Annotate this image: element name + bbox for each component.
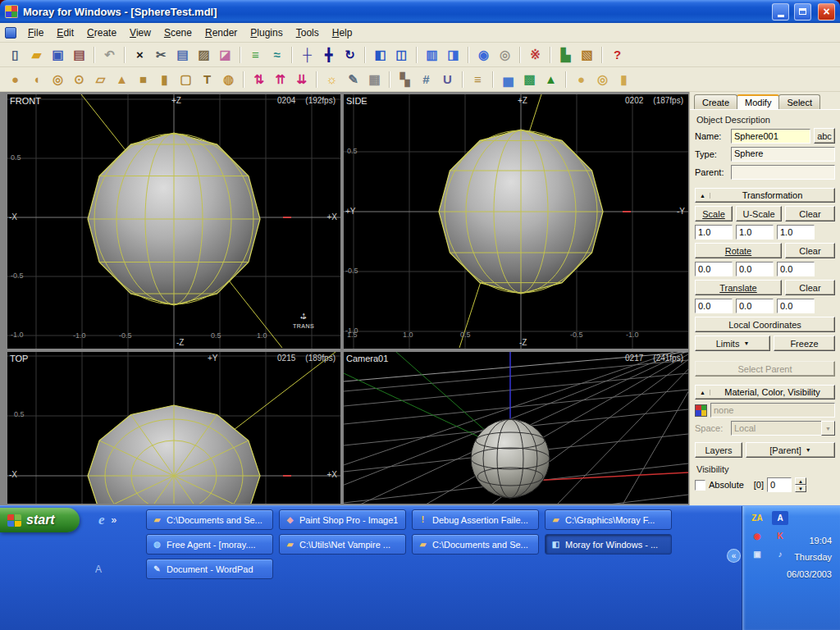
paste-icon[interactable]: ▨ [194,44,214,65]
sweep-icon[interactable]: ≈ [267,44,287,65]
create-plane-icon[interactable]: ▱ [90,69,111,89]
viewport-camera[interactable]: Camera01 0217(241fps) [344,352,688,504]
menu-edit[interactable]: Edit [50,25,80,41]
new-file-icon[interactable]: ▯ [5,44,25,65]
zoom-tool-icon[interactable]: ◉ [473,44,494,65]
create-blob-icon[interactable]: ◍ [218,69,239,89]
create-hemisphere-icon[interactable]: ◖ [26,69,47,89]
taskbar-button-paintshop[interactable]: ◆Paint Shop Pro - Image1 [279,509,406,530]
create-torus-icon[interactable]: ◎ [48,69,68,89]
menu-view[interactable]: View [123,25,158,41]
render-settings-icon[interactable]: ▤ [69,44,89,65]
taskbar-button-alert[interactable]: !Debug Assertion Faile... [412,509,539,530]
translate-x-field[interactable] [695,299,733,313]
select-parent-button[interactable]: Select Parent [695,361,835,377]
undo-icon[interactable]: ↶ [99,44,120,65]
menu-tools[interactable]: Tools [290,25,326,41]
render-region-icon[interactable]: ◨ [443,44,463,65]
menu-scene[interactable]: Scene [158,25,199,41]
copy-icon[interactable]: ▤ [172,44,193,65]
translate-clear-button[interactable]: Clear [785,280,835,295]
save-file-icon[interactable]: ▣ [48,44,68,65]
space-combobox[interactable]: Local ▼ [731,421,835,436]
create-cone-icon[interactable]: ▲ [112,69,132,89]
create-bitmap-icon[interactable]: ▩ [519,69,540,89]
taskbar-button-freeagent[interactable]: ◍Free Agent - [moray.... [146,534,273,555]
absolute-checkbox[interactable] [695,480,705,491]
create-mesh-icon[interactable]: ▦ [364,69,385,89]
create-sor-icon[interactable]: ⇊ [291,69,312,89]
rotate-x-field[interactable] [695,262,733,276]
cut-icon[interactable]: ✂ [151,44,171,65]
quick-launch-overflow-icon[interactable]: » [112,514,117,526]
viewport-single-icon[interactable]: ◧ [370,44,390,65]
spin-down-icon[interactable]: ▼ [795,485,806,492]
rotate-z-field[interactable] [777,262,815,276]
titlebar[interactable]: Moray for Windows - [SphereTest.mdl] × [0,0,840,23]
uscale-button[interactable]: U-Scale [736,206,782,221]
create-stamp-icon[interactable]: ▚ [395,69,415,89]
name-input[interactable] [731,129,810,144]
collapse-icon[interactable]: ▲ [696,193,710,199]
tab-modify[interactable]: Modify [737,94,779,109]
taskbar-button-moray[interactable]: ◧Moray for Windows - ... [545,534,672,555]
create-udo-icon[interactable]: U [437,69,458,89]
tab-select[interactable]: Select [778,94,820,109]
render-scene-icon[interactable]: ▥ [422,44,442,65]
local-coordinates-button[interactable]: Local Coordinates [695,317,835,332]
limits-button[interactable]: Limits▼ [695,336,770,351]
start-button[interactable]: start [0,508,80,532]
viewport-quad-icon[interactable]: ◫ [391,44,412,65]
create-disc-icon[interactable]: ⊙ [69,69,89,89]
rotate-button[interactable]: Rotate [695,243,782,258]
create-sphere-alt-icon[interactable]: ● [571,69,591,89]
menu-plugins[interactable]: Plugins [244,25,289,41]
scale-z-field[interactable] [777,225,815,240]
freeze-button[interactable]: Freeze [774,336,835,351]
taskbar-button-wordpad[interactable]: ✎Document - WordPad [146,559,273,579]
group-objects-icon[interactable]: ≡ [468,69,488,89]
delete-icon[interactable]: × [130,44,150,65]
color-palette-icon[interactable]: ※ [525,44,546,65]
collapse-icon[interactable]: ▲ [696,390,710,395]
material-color-icon[interactable] [695,404,707,417]
abc-button[interactable]: abc [814,128,835,144]
create-text-icon[interactable]: T [197,69,217,89]
statistics-icon[interactable]: ▙ [555,44,576,65]
scale-y-field[interactable] [736,225,774,240]
close-button[interactable]: × [818,3,835,21]
layers-button[interactable]: Layers [695,442,742,458]
taskbar-button-folder[interactable]: ▰C:\Documents and Se... [146,509,273,530]
scale-x-field[interactable] [695,225,733,240]
create-superellipsoid-icon[interactable]: ▢ [176,69,196,89]
visibility-value-field[interactable] [767,477,792,492]
menu-create[interactable]: Create [80,25,123,41]
create-cylinder-icon[interactable]: ▮ [154,69,175,89]
help-icon[interactable]: ? [607,44,628,65]
taskbar-button-folder[interactable]: ▰C:\Utils\Net Vampire ... [279,534,406,555]
create-cube-icon[interactable]: ■ [133,69,153,89]
display-tray-icon[interactable]: ▣ [749,547,765,561]
viewport-front[interactable]: FRONT +Z 0204(192fps) -X +X -Z -1.0 -0.5… [7,94,340,349]
move-object-icon[interactable]: ┼ [297,44,317,65]
spin-up-icon[interactable]: ▲ [795,477,806,485]
create-lathe-icon[interactable]: ⇅ [249,69,269,89]
layer-colors-icon[interactable]: ≡ [245,44,266,65]
create-light-icon[interactable]: ☼ [322,69,342,89]
blue-app-tray-icon[interactable]: A [772,511,788,525]
rotate-y-field[interactable] [736,262,774,276]
dropdown-arrow-icon[interactable]: ▼ [821,421,835,436]
viewport-top[interactable]: TOP +Y 0215(189fps) -X +X 0.5 [7,352,340,504]
internet-explorer-icon[interactable]: e [98,512,105,528]
translate-y-field[interactable] [736,299,774,313]
create-torus-alt-icon[interactable]: ◎ [592,69,613,89]
create-terrain-icon[interactable]: ▲ [541,69,561,89]
scale-clear-button[interactable]: Clear [785,206,835,221]
preview-icon[interactable]: ▧ [577,44,597,65]
ati-tray-icon[interactable]: ◉ [749,529,765,543]
create-cylinder-alt-icon[interactable]: ▮ [614,69,634,89]
taskbar-button-folder[interactable]: ▰C:\Documents and Se... [412,534,539,555]
rotate-clear-button[interactable]: Clear [785,243,835,258]
translate-button[interactable]: Translate [695,280,782,295]
tab-create[interactable]: Create [694,94,737,109]
